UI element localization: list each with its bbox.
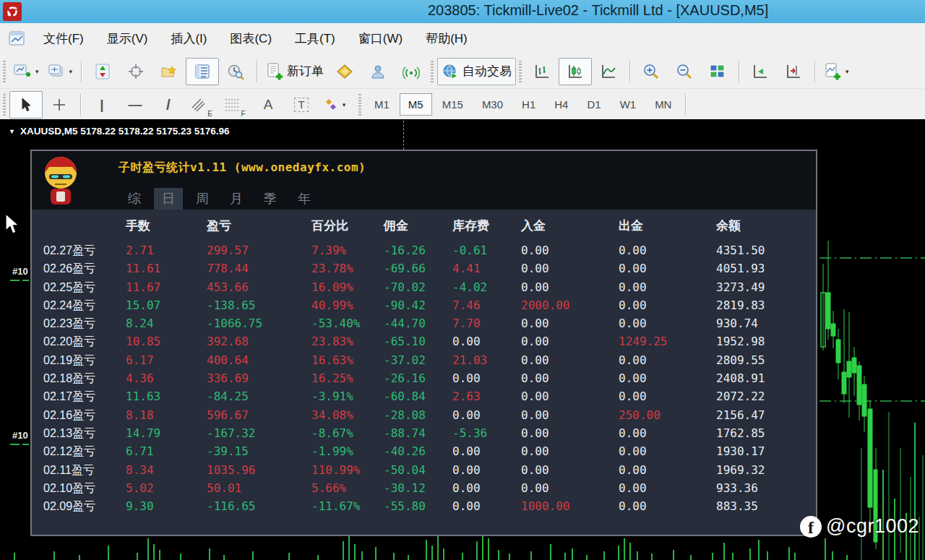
- column-header: 出金: [616, 215, 713, 237]
- cell-value: -37.02: [381, 351, 449, 369]
- timeframe-mn[interactable]: MN: [646, 93, 680, 116]
- table-row: 02.25盈亏11.67453.6616.09%-70.02-4.020.000…: [32, 278, 816, 296]
- cell-value: 0.00: [518, 387, 616, 405]
- line-chart-button[interactable]: [592, 58, 625, 85]
- data-window-button[interactable]: [119, 58, 152, 85]
- new-order-button[interactable]: 新订单: [262, 58, 328, 85]
- collapse-triangle-icon[interactable]: ▼: [9, 128, 15, 135]
- tab-周[interactable]: 周: [188, 188, 217, 210]
- cell-value: -4.02: [449, 278, 518, 296]
- crosshair-button[interactable]: [43, 91, 76, 119]
- cell-value: 14.79: [123, 424, 204, 442]
- facebook-icon: f: [800, 516, 822, 538]
- line-chart-icon: [601, 64, 616, 79]
- menu-item[interactable]: 文件(F): [32, 25, 95, 53]
- cell-value: 7.39%: [309, 241, 381, 259]
- position-line-fragment: [10, 280, 20, 281]
- horizontal-line-button[interactable]: —: [119, 91, 152, 119]
- menu-item[interactable]: 窗口(W): [347, 25, 414, 53]
- signals-button[interactable]: [395, 58, 428, 85]
- text-label-button[interactable]: T: [285, 91, 318, 119]
- column-header: 余额: [713, 215, 816, 237]
- metaeditor-button[interactable]: [328, 58, 361, 85]
- arrows-button[interactable]: ▾: [318, 91, 351, 119]
- cell-value: 2.71: [123, 241, 204, 259]
- timeframe-m30[interactable]: M30: [473, 93, 512, 116]
- cell-value: 392.68: [204, 332, 309, 350]
- cell-value: 40.99%: [309, 296, 381, 314]
- text-button[interactable]: A: [251, 91, 285, 119]
- cursor-button[interactable]: [9, 91, 43, 119]
- candlestick-chart-button[interactable]: [559, 58, 592, 85]
- auto-scroll-button[interactable]: [744, 58, 777, 85]
- trendline-button[interactable]: /: [152, 91, 185, 119]
- cell-value: -138.65: [204, 296, 309, 314]
- tile-windows-button[interactable]: [701, 58, 734, 85]
- timeframe-m1[interactable]: M1: [366, 93, 398, 116]
- timeframe-h1[interactable]: H1: [513, 93, 544, 116]
- cell-value: 23.78%: [309, 259, 381, 277]
- tab-季[interactable]: 季: [256, 188, 285, 210]
- cell-value: 0.00: [616, 351, 713, 369]
- row-label: 02.23盈亏: [43, 314, 123, 332]
- timeframe-m15[interactable]: M15: [434, 93, 472, 116]
- cell-value: 0.00: [449, 461, 518, 479]
- timeframe-w1[interactable]: W1: [611, 93, 645, 116]
- tab-日[interactable]: 日: [154, 188, 183, 210]
- cell-value: -39.15: [204, 442, 309, 460]
- cell-value: 16.63%: [309, 351, 381, 369]
- market-watch-button[interactable]: [86, 58, 119, 85]
- cell-value: -26.16: [381, 369, 449, 387]
- chart-system-icon[interactable]: [9, 31, 26, 47]
- chart-shift-button[interactable]: [777, 58, 810, 85]
- timeframe-d1[interactable]: D1: [578, 93, 609, 116]
- menu-item[interactable]: 帮助(H): [414, 25, 479, 53]
- chart-profiles-button[interactable]: ▾: [43, 58, 77, 85]
- navigator-button[interactable]: [152, 58, 186, 85]
- cell-value: -116.65: [204, 497, 309, 515]
- timeframe-h4[interactable]: H4: [546, 93, 577, 116]
- cell-value: 8.18: [123, 406, 204, 424]
- profit-stats-panel[interactable]: 子时盈亏统计v1.11 (www.onedayfx.com) 综日周月季年 手数…: [30, 150, 817, 536]
- community-button[interactable]: [361, 58, 395, 85]
- cell-value: 16.09%: [309, 278, 381, 296]
- strategy-tester-button[interactable]: [219, 58, 252, 85]
- menu-item[interactable]: 显示(V): [95, 25, 160, 53]
- cell-value: 0.00: [616, 259, 713, 277]
- zoom-out-button[interactable]: [668, 58, 701, 85]
- tab-综[interactable]: 综: [120, 188, 149, 210]
- indicators-button[interactable]: ▾: [819, 58, 853, 85]
- bar-chart-button[interactable]: [525, 58, 559, 85]
- cell-value: -30.12: [381, 479, 449, 497]
- toolbar-grip[interactable]: [431, 61, 434, 82]
- zoom-in-button[interactable]: [634, 58, 668, 85]
- cell-value: 5.66%: [309, 479, 381, 497]
- menu-item[interactable]: 插入(I): [159, 25, 218, 53]
- chart-area[interactable]: ▼ XAUUSD,M5 5178.22 5178.22 5175.23 5176…: [0, 119, 925, 560]
- autotrading-button[interactable]: 自动交易: [437, 58, 516, 85]
- vertical-line-button[interactable]: |: [85, 91, 119, 119]
- cell-value: -60.84: [381, 387, 449, 405]
- new-chart-button[interactable]: ▾: [9, 58, 43, 85]
- cell-value: 0.00: [518, 314, 616, 332]
- toolbar-grip[interactable]: [358, 94, 361, 116]
- row-label: 02.18盈亏: [43, 369, 123, 387]
- menu-item[interactable]: 图表(C): [218, 25, 283, 53]
- row-label: 02.09盈亏: [43, 497, 123, 515]
- terminal-button[interactable]: [186, 58, 219, 85]
- toolbar-grip[interactable]: [519, 61, 522, 82]
- equidistant-channel-button[interactable]: E: [185, 91, 218, 119]
- toolbar-grip[interactable]: [3, 94, 6, 116]
- cell-value: 1930.17: [713, 442, 816, 460]
- tab-月[interactable]: 月: [222, 188, 251, 210]
- toolbar-grip[interactable]: [3, 61, 6, 82]
- toolbar-separator: [629, 61, 630, 82]
- tab-年[interactable]: 年: [290, 188, 319, 210]
- timeframe-m5[interactable]: M5: [400, 93, 432, 116]
- new-order-icon: [266, 63, 283, 80]
- cell-value: -70.02: [381, 278, 449, 296]
- table-row: 02.17盈亏11.63-84.25-3.91%-60.842.630.000.…: [32, 387, 816, 405]
- fibonacci-button[interactable]: F: [218, 91, 251, 119]
- menu-item[interactable]: 工具(T): [283, 25, 347, 53]
- cell-value: 9.30: [123, 497, 204, 515]
